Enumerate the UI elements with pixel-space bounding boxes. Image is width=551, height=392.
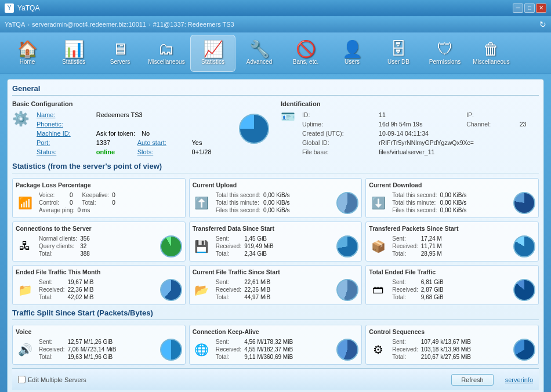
statistics-icon-2: 📈 <box>203 41 223 57</box>
toolbar-users[interactable]: 👤 Users <box>329 35 375 72</box>
advanced-icon: 🔧 <box>249 41 270 57</box>
total-ended-file-card: Total Ended File Traffic 🗃 Sent:6,81 GiB… <box>365 265 539 305</box>
general-section: Basic Configuration ⚙️ Name: Redeemers T… <box>12 100 539 157</box>
total-ended-file-icon: 🗃 <box>369 281 387 299</box>
upload-icon: ⬆️ <box>193 194 211 212</box>
toolbar-statistics-2[interactable]: 📈 Statistics <box>190 35 235 72</box>
toolbar-userdb[interactable]: 🗄 User DB <box>376 35 421 72</box>
edit-multiple-label[interactable]: Edit Multiple Servers <box>18 376 86 383</box>
close-button[interactable]: ✕ <box>536 3 546 13</box>
toolbar: 🏠 Home 📊 Statistics 🖥 Servers 🗂 Miscella… <box>0 32 551 74</box>
keepalive-title: Connection Keep-Alive <box>193 328 359 335</box>
control-title: Control Sequences <box>369 328 535 335</box>
keepalive-pkg-value: 0 <box>112 192 117 198</box>
toolbar-misc-2[interactable]: 🗑 Miscellaneous <box>469 35 514 72</box>
toolbar-userdb-label: User DB <box>387 59 409 65</box>
toolbar-misc-2-label: Miscellaneous <box>473 59 509 65</box>
identification: Identification 🪪 ID: 11 IP: Uptime: 16d … <box>281 100 539 157</box>
voice-label: Voice: <box>39 192 68 198</box>
package-loss-title: Package Loss Percentage <box>16 182 182 188</box>
users-icon: 👤 <box>342 41 362 57</box>
serverinfo-link[interactable]: serverinfo <box>505 376 533 383</box>
control-pkg-label: Control: <box>39 199 68 206</box>
connections-card: Connections to the Server 🖧 Normal clien… <box>12 222 186 262</box>
addr-yatqa[interactable]: YaTQA <box>5 21 25 28</box>
voice-icon: 🔊 <box>16 340 34 359</box>
auto-start-label[interactable]: Auto start: <box>137 139 166 146</box>
connections-pie <box>160 235 182 257</box>
current-download-card: Current Download ⬇️ Total this second:0,… <box>365 178 539 218</box>
total-ended-file-data: Sent:6,81 GiB Received:2,87 GiB Total:9,… <box>391 278 510 302</box>
voice-card: Voice 🔊 Sent:12,57 M/1,26 GiB Received:7… <box>12 325 186 365</box>
download-data: Total this second:0,00 KiB/s Total this … <box>391 191 510 215</box>
identification-title: Identification <box>281 100 539 107</box>
voice-title: Voice <box>16 328 182 335</box>
control-card: Control Sequences ⚙ Sent:107,49 k/13,67 … <box>365 325 539 365</box>
config-table: Name: Redeemers TS3 Phonetic: Machine ID… <box>33 110 227 157</box>
toolbar-home[interactable]: 🏠 Home <box>5 35 50 72</box>
window-controls: ─ □ ✕ <box>513 3 546 13</box>
total-pkg-value: 0 <box>112 199 117 206</box>
keepalive-card: Connection Keep-Alive 🌐 Sent:4,56 M/178,… <box>189 325 362 365</box>
transferred-data-data: Sent:1,45 GiB Received:919,49 MiB Total:… <box>215 234 334 258</box>
keepalive-pkg-label: Keepalive: <box>78 192 111 198</box>
control-pie <box>513 339 535 361</box>
current-upload-card: Current Upload ⬆️ Total this second:0,00… <box>189 178 362 218</box>
upload-data: Total this second:0,00 KiB/s Total this … <box>215 191 334 215</box>
package-loss-icon: 📶 <box>16 194 34 212</box>
transferred-data-pie <box>336 235 358 257</box>
current-upload-title: Current Upload <box>193 182 359 188</box>
toolbar-misc-1[interactable]: 🗂 Miscellaneous <box>144 35 189 72</box>
port-label[interactable]: Port: <box>37 139 50 146</box>
name-label[interactable]: Name: <box>37 111 55 118</box>
total-ended-file-title: Total Ended File Traffic <box>369 268 535 275</box>
toolbar-permissions-label: Permissions <box>429 59 461 65</box>
status-label[interactable]: Status: <box>37 148 56 155</box>
servers-icon: 🖥 <box>112 41 128 57</box>
transferred-data-card: Transferred Data Since Start 💾 Sent:1,45… <box>189 222 362 262</box>
phonetic-label[interactable]: Phonetic: <box>37 121 63 128</box>
toolbar-permissions[interactable]: 🛡 Permissions <box>422 35 467 72</box>
avg-ping-label: Average ping: <box>39 207 77 213</box>
toolbar-advanced[interactable]: 🔧 Advanced <box>237 35 282 72</box>
download-icon: ⬇️ <box>369 194 387 212</box>
machine-id-label[interactable]: Machine ID: <box>37 130 71 137</box>
keepalive-pie <box>336 339 358 361</box>
maximize-button[interactable]: □ <box>524 3 535 13</box>
traffic-split-grid: Voice 🔊 Sent:12,57 M/1,26 GiB Received:7… <box>12 325 539 365</box>
slots-label[interactable]: Slots: <box>137 148 154 155</box>
refresh-arrow-icon[interactable]: ↻ <box>539 20 546 29</box>
transferred-packets-data: Sent:17,24 M Received:11,71 M Total:28,9… <box>391 234 510 258</box>
file-base-label: File base: <box>300 148 375 156</box>
misc-icon-1: 🗂 <box>158 41 175 57</box>
ip-value <box>517 111 538 119</box>
auto-start-value: Yes <box>192 139 202 146</box>
toolbar-servers[interactable]: 🖥 Servers <box>97 35 143 72</box>
minimize-button[interactable]: ─ <box>513 3 523 13</box>
connections-title: Connections to the Server <box>16 225 182 232</box>
refresh-button[interactable]: Refresh <box>451 374 494 386</box>
edit-multiple-checkbox[interactable] <box>18 376 26 383</box>
edit-multiple-text: Edit Multiple Servers <box>28 376 86 383</box>
stats-row-2: Connections to the Server 🖧 Normal clien… <box>12 222 539 262</box>
connections-icon: 🖧 <box>16 237 34 256</box>
bans-icon: 🚫 <box>296 41 316 57</box>
toolbar-statistics-1-label: Statistics <box>62 59 85 65</box>
transferred-packets-title: Transfered Packets Since Start <box>369 225 535 232</box>
ip-label: IP: <box>464 111 516 119</box>
statistics-title: Statistics (from the server's point of v… <box>12 162 539 173</box>
id-table: ID: 11 IP: Uptime: 16d 9h 54m 19s Channe… <box>299 110 539 157</box>
addr-server[interactable]: serveradmin@root4.redeemer.biz:10011 <box>32 21 146 28</box>
general-title: General <box>12 84 539 96</box>
avg-ping-value: 0 ms <box>78 207 117 213</box>
toolbar-bans[interactable]: 🚫 Bans, etc. <box>283 35 328 72</box>
window-title: YaTQA <box>17 4 513 12</box>
upload-pie <box>336 192 358 214</box>
toolbar-statistics-1[interactable]: 📊 Statistics <box>51 35 96 72</box>
created-value: 10-09-14 04:11:34 <box>376 129 538 137</box>
toolbar-advanced-label: Advanced <box>246 59 272 65</box>
control-pkg-value: 0 <box>70 199 77 206</box>
ended-file-month-pie <box>160 279 182 301</box>
slots-value: 0+1/28 <box>192 148 212 155</box>
addr-instance[interactable]: #11@1337: Redeemers TS3 <box>153 21 234 28</box>
